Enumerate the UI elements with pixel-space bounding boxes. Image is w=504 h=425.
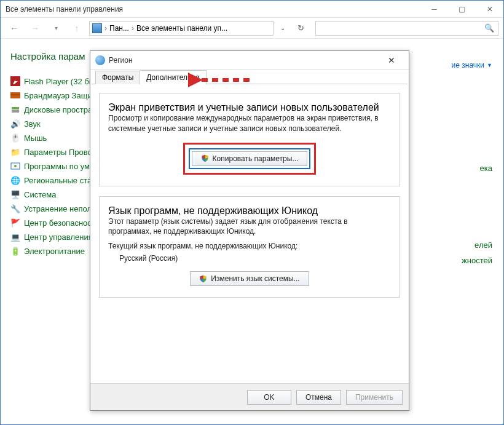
cp-item-label: Дисковые простра bbox=[24, 105, 92, 114]
group-desc: Просмотр и копирование международных пар… bbox=[108, 113, 391, 134]
cp-item-label: Мышь bbox=[24, 133, 47, 143]
cp-item-label: Система bbox=[24, 190, 56, 199]
cp-item-troubleshoot[interactable]: 🔧Устранение непол bbox=[10, 204, 103, 213]
welcome-screen-group: Экран приветствия и учетные записи новых… bbox=[99, 93, 400, 186]
troubleshoot-icon: 🔧 bbox=[10, 204, 20, 213]
titlebar: Все элементы панели управления ─ ▢ ✕ bbox=[1, 1, 503, 18]
copy-settings-label: Копировать параметры... bbox=[213, 154, 299, 163]
view-mode[interactable]: ие значки▼ bbox=[452, 61, 492, 70]
breadcrumb-sep: › bbox=[132, 24, 134, 33]
dialog-close-button[interactable]: ✕ bbox=[379, 52, 404, 69]
svg-rect-2 bbox=[10, 94, 20, 95]
group-legend: Экран приветствия и учетные записи новых… bbox=[108, 102, 379, 113]
view-mode-label: ие значки bbox=[452, 61, 484, 70]
shield-icon bbox=[199, 275, 207, 283]
window-buttons: ─ ▢ ✕ bbox=[420, 1, 503, 18]
peek-text: елей bbox=[474, 240, 492, 250]
chevron-down-icon: ▼ bbox=[487, 62, 492, 68]
cp-item-label: Центр управления bbox=[24, 232, 93, 242]
cp-item-system[interactable]: 🖥️Система bbox=[10, 189, 103, 199]
current-lang-value: Русский (Россия) bbox=[119, 254, 391, 263]
close-button[interactable]: ✕ bbox=[476, 1, 503, 18]
breadcrumb-item-2[interactable]: Все элементы панели уп... bbox=[136, 24, 227, 33]
copy-settings-button[interactable]: Копировать параметры... bbox=[192, 151, 308, 166]
svg-rect-3 bbox=[12, 107, 19, 109]
cp-item-label: Программы по ум bbox=[24, 162, 90, 171]
annotation-highlight: Копировать параметры... bbox=[183, 143, 317, 175]
search-input[interactable]: 🔍 bbox=[315, 21, 498, 36]
apply-button[interactable]: Применить bbox=[346, 390, 403, 405]
cp-item-label: Региональные ста bbox=[24, 176, 92, 185]
dialog-titlebar: Регион ✕ bbox=[90, 51, 409, 70]
globe-icon bbox=[95, 55, 105, 65]
annotation-highlight-inner: Копировать параметры... bbox=[189, 148, 311, 169]
forward-button[interactable]: → bbox=[26, 21, 44, 36]
control-panel-icon bbox=[92, 23, 102, 33]
mouse-icon: 🖱️ bbox=[10, 133, 20, 143]
power-icon: 🔋 bbox=[10, 246, 20, 256]
back-button[interactable]: ← bbox=[6, 21, 23, 36]
cp-item-label: Центр безопасност bbox=[24, 218, 95, 228]
cancel-button[interactable]: Отмена bbox=[296, 390, 341, 405]
flash-icon bbox=[10, 76, 20, 86]
change-locale-button[interactable]: Изменить язык системы... bbox=[190, 271, 309, 286]
firewall-icon bbox=[10, 90, 20, 100]
cp-item-label: Электропитание bbox=[24, 247, 85, 256]
apply-label: Применить bbox=[355, 393, 393, 402]
cp-item-explorer[interactable]: 📁Параметры Прово bbox=[10, 147, 103, 157]
current-lang-label: Текущий язык программ, не поддерживающих… bbox=[108, 242, 391, 250]
refresh-button[interactable]: ↻ bbox=[292, 21, 309, 36]
maximize-button[interactable]: ▢ bbox=[448, 1, 476, 18]
cp-item-label: Брандмауэр Защи bbox=[24, 91, 92, 100]
system-icon: 🖥️ bbox=[10, 189, 20, 199]
dialog-title: Регион bbox=[109, 56, 133, 65]
peek-text: жностей bbox=[462, 256, 492, 265]
cp-item-sound[interactable]: 🔊Звук bbox=[10, 119, 103, 129]
cp-item-region[interactable]: 🌐Региональные ста bbox=[10, 175, 103, 185]
recent-button[interactable]: ▾ bbox=[47, 21, 65, 36]
minimize-button[interactable]: ─ bbox=[420, 1, 448, 18]
region-dialog: Регион ✕ Форматы Дополнительно Экран при… bbox=[90, 50, 409, 411]
sound-icon: 🔊 bbox=[10, 119, 20, 129]
tab-formats[interactable]: Форматы bbox=[95, 71, 140, 84]
cp-item-label: Устранение непол bbox=[24, 204, 92, 213]
cp-item-network[interactable]: 💻Центр управления bbox=[10, 232, 103, 242]
non-unicode-group: Язык программ, не поддерживающих Юникод … bbox=[99, 196, 400, 298]
tab-advanced[interactable]: Дополнительно bbox=[140, 70, 206, 84]
dialog-tabs: Форматы Дополнительно bbox=[90, 70, 409, 84]
dialog-footer: OK Отмена Применить bbox=[90, 383, 409, 410]
ok-button[interactable]: OK bbox=[247, 390, 291, 405]
peek-text: ека bbox=[480, 164, 492, 173]
network-icon: 💻 bbox=[10, 232, 20, 242]
address-bar-row: ← → ▾ ↑ › Пан... › Все элементы панели у… bbox=[1, 18, 503, 39]
cp-item-firewall[interactable]: Брандмауэр Защи bbox=[10, 90, 103, 100]
cp-item-storage[interactable]: Дисковые простра bbox=[10, 105, 103, 114]
control-panel-title: Все элементы панели управления bbox=[6, 5, 123, 14]
group-legend: Язык программ, не поддерживающих Юникод bbox=[108, 205, 318, 216]
cp-item-flash[interactable]: Flash Player (32 бит bbox=[10, 76, 103, 86]
cp-item-defaults[interactable]: Программы по ум bbox=[10, 161, 103, 171]
ok-label: OK bbox=[264, 393, 274, 402]
cp-item-power[interactable]: 🔋Электропитание bbox=[10, 246, 103, 256]
change-locale-label: Изменить язык системы... bbox=[211, 274, 299, 283]
region-icon: 🌐 bbox=[10, 175, 20, 185]
search-icon: 🔍 bbox=[484, 23, 494, 33]
cp-item-mouse[interactable]: 🖱️Мышь bbox=[10, 133, 103, 143]
shield-icon bbox=[201, 154, 209, 162]
breadcrumb-item-1[interactable]: Пан... bbox=[109, 24, 129, 33]
breadcrumb[interactable]: › Пан... › Все элементы панели уп... bbox=[89, 21, 274, 36]
group-desc: Этот параметр (язык системы) задает язык… bbox=[108, 216, 391, 237]
defaults-icon bbox=[10, 161, 20, 171]
cancel-label: Отмена bbox=[305, 393, 332, 402]
flag-icon: 🚩 bbox=[10, 218, 20, 228]
cp-item-label: Flash Player (32 бит bbox=[24, 77, 97, 86]
breadcrumb-sep: › bbox=[104, 24, 107, 33]
cp-item-label: Звук bbox=[24, 119, 41, 129]
cp-item-security[interactable]: 🚩Центр безопасност bbox=[10, 218, 103, 228]
breadcrumb-dropdown[interactable]: ⌄ bbox=[277, 21, 288, 36]
folder-icon: 📁 bbox=[10, 147, 20, 157]
up-button[interactable]: ↑ bbox=[68, 21, 85, 36]
dialog-body: Экран приветствия и учетные записи новых… bbox=[90, 84, 409, 383]
svg-rect-4 bbox=[12, 110, 19, 113]
svg-point-6 bbox=[14, 165, 17, 167]
